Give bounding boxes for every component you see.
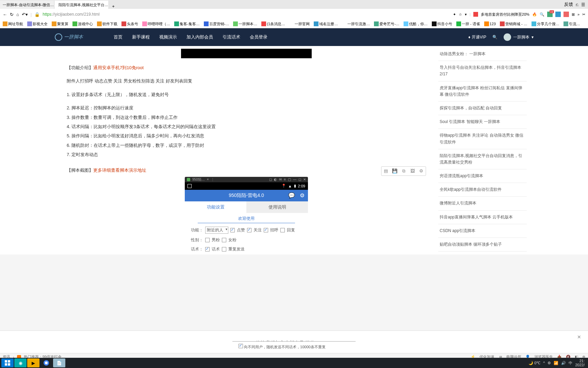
chevron-down-icon[interactable]: ▾ <box>465 12 467 17</box>
bookmark-item[interactable]: 抖音小号 <box>430 21 454 27</box>
bookmark-item[interactable]: 网址导航 <box>1 21 24 27</box>
star-icon[interactable]: ☆ <box>459 12 462 17</box>
tab-instructions[interactable]: 使用说明 <box>246 201 308 213</box>
ext-2-icon[interactable] <box>564 12 569 17</box>
bookmark-item[interactable]: 一辞 - 语雀 <box>455 21 481 27</box>
emu-tool-icon[interactable]: ◐ <box>274 178 277 181</box>
function-select[interactable]: 附近的人 <box>205 227 228 234</box>
back-button[interactable]: ← <box>3 12 7 17</box>
nav-join[interactable]: 加入内部会员 <box>186 34 213 40</box>
bookmark-item[interactable]: 一辞官网 <box>288 21 311 27</box>
img-tool-gear-icon[interactable]: ⚙ <box>418 167 425 175</box>
search-icon[interactable]: 🔍 <box>540 12 544 17</box>
nav-courses[interactable]: 新手课程 <box>132 34 150 40</box>
nav-login[interactable]: 会员登录 <box>250 34 267 40</box>
tab-settings[interactable]: 功能设置 <box>185 201 246 213</box>
sidebar-link[interactable]: 得物app引流脚本 关注评论 自动筛选男女 微信引流软件 <box>438 129 527 149</box>
more-icon[interactable]: » <box>577 12 579 16</box>
sidebar-link[interactable]: 穷语漂流瓶app引流脚本 <box>438 169 527 183</box>
checkbox-reply[interactable] <box>280 228 285 232</box>
checkbox-repeat[interactable] <box>222 247 226 251</box>
bookmark-item[interactable]: 游戏中心 <box>71 21 94 27</box>
bookmark-item[interactable]: 优酷，你… <box>402 21 429 27</box>
sidebar-link[interactable]: 虎牙直播app引流脚本 粉丝订阅私信 直播间弹幕 微信引流软件 <box>438 81 527 102</box>
emu-tool-icon[interactable]: ≡ <box>284 178 286 181</box>
browser-tab-2[interactable]: 陌陌引流脚本,视频社交平台… × <box>54 1 109 9</box>
sidebar-link[interactable]: 陌陌引流脚本,视频社交平台自动回复消息，引流高质量社交男粉 <box>438 149 527 169</box>
chat-icon[interactable]: 💬 <box>288 192 295 199</box>
site-logo[interactable]: 一辞脚本 <box>54 33 83 41</box>
bookmark-item[interactable]: 营销商城 - … <box>499 21 529 27</box>
sidebar-link[interactable]: 导入抖音号自动关注私信脚本，抖音引流脚本2/17 <box>438 61 527 81</box>
site-search-icon[interactable]: 🔍 <box>492 35 497 40</box>
restore-icon[interactable]: ⎌ <box>576 2 578 7</box>
browser-tab-1[interactable]: 一辞脚本-自动引流脚本-微信… <box>0 1 54 9</box>
bookmark-item[interactable]: (1条消息… <box>260 21 287 27</box>
sidebar-link[interactable]: Soul 引流脚本 智能聊天 一辞脚本 <box>438 115 527 129</box>
bookmark-item[interactable]: 头条号 <box>120 21 140 27</box>
nav-video[interactable]: 视频演示 <box>159 34 177 40</box>
sidebar-link[interactable]: 贴吧自动顶贴脚本 循环顶多个贴子 <box>438 238 527 251</box>
bookmark-item[interactable]: 软件下载 <box>96 21 119 27</box>
sidebar-link[interactable]: 火信app引流脚本，自动批量引流添加好友 <box>438 251 527 255</box>
checkbox-follow[interactable] <box>247 228 251 232</box>
bookmark-item[interactable]: 一辞引流激… <box>341 21 371 27</box>
vip-link[interactable]: ♦ 开通VIP <box>468 34 486 40</box>
user-menu[interactable]: 一辞脚本 ▾ <box>504 33 534 41</box>
bookmark-item[interactable]: 123 <box>483 21 497 27</box>
img-tool-4-icon[interactable]: 🖼 <box>409 167 416 175</box>
bookmark-item[interactable]: 一辞脚本… <box>232 21 259 27</box>
history-button[interactable]: ↶▾ <box>22 12 28 17</box>
video-placeholder[interactable] <box>181 49 312 58</box>
bookmark-item[interactable]: 分享几个搜… <box>530 21 561 27</box>
emu-tool-icon[interactable]: ✉ <box>279 178 282 181</box>
clip-icon[interactable]: ✂ <box>582 12 585 17</box>
sidebar-link[interactable]: CSDN app引流脚本 <box>438 224 527 238</box>
gear-icon[interactable]: ⚙ <box>300 192 305 199</box>
ext-1-icon[interactable]: 11 <box>547 12 553 17</box>
translate-icon[interactable] <box>555 12 561 17</box>
bookmark-item[interactable]: 域名注册… <box>312 21 339 27</box>
section-link[interactable]: 更多详细查看脚本演示地址 <box>93 168 146 173</box>
sidebar-link[interactable]: 探探引流脚本，自动匹配 自动回复 <box>438 102 527 115</box>
checkbox-male[interactable] <box>205 238 210 242</box>
checkbox-script[interactable] <box>205 247 210 251</box>
home-button[interactable]: ⌂ <box>16 12 19 17</box>
bookmark-item[interactable]: 哔哩哔哩（… <box>141 21 172 27</box>
img-tool-2-icon[interactable]: 💾 <box>391 167 398 175</box>
sidebar-link[interactable]: 微博附近人引流脚本 <box>438 197 527 210</box>
news-link[interactable]: 多地首套房首付比例降至20% <box>481 12 529 17</box>
checkbox-female[interactable] <box>222 238 226 242</box>
bookmark-item[interactable]: 集客-集客… <box>173 21 201 27</box>
bookmark-icon <box>261 21 266 26</box>
menu-icon[interactable]: ☰ <box>581 2 585 7</box>
apps-menu-icon[interactable]: ⊞ <box>572 12 575 17</box>
bookmark-item[interactable]: 百度营销-… <box>202 21 231 27</box>
bookmark-item[interactable]: 引流… <box>562 21 582 27</box>
emu-tool-icon[interactable]: ◻ <box>269 178 272 181</box>
bookmark-item[interactable]: 聚复算 <box>50 21 70 27</box>
url-field[interactable]: https://yicijiaoben.com/219.html <box>43 12 450 17</box>
refresh-button[interactable]: ↻ <box>10 12 14 17</box>
img-tool-3-icon[interactable]: ⧉ <box>400 167 407 175</box>
sidebar-link[interactable]: 抖音app直播间弹幕人气脚本 云手机版本 <box>438 211 527 224</box>
sidebar-link[interactable]: 动筛选男女粉： 一辞脚本 <box>438 47 527 61</box>
emu-tool-icon[interactable]: ▢ <box>288 178 291 181</box>
new-tab-button[interactable]: + <box>109 4 118 9</box>
checkbox-like[interactable] <box>230 228 235 232</box>
wand-icon[interactable]: ✦ <box>453 12 456 17</box>
sidebar: 动筛选男女粉： 一辞脚本 导入抖音号自动关注私信脚本，抖音引流脚本2/17 虎牙… <box>438 46 527 255</box>
nav-home[interactable]: 首页 <box>114 34 122 40</box>
bookmark-item[interactable]: 爱奇艺号-… <box>373 21 401 27</box>
emu-menu-icon[interactable]: ⋮ <box>211 178 214 181</box>
nav-scripts[interactable]: 引流话术 <box>223 34 240 40</box>
emu-max-icon[interactable]: ◻ <box>298 178 301 181</box>
img-tool-1-icon[interactable]: ▤ <box>382 167 390 175</box>
bookmark-item[interactable]: 影视大全 <box>26 21 49 27</box>
emu-minimize-icon[interactable]: — <box>293 178 296 181</box>
checkbox-greet[interactable] <box>264 228 268 232</box>
sidebar-link[interactable]: 全民k歌app引流脚本自动引流软件 <box>438 183 527 197</box>
emu-close-icon[interactable]: × <box>207 178 209 181</box>
emu-close-icon[interactable]: ✕ <box>303 178 306 181</box>
feedback-link[interactable]: 反馈 <box>564 1 573 7</box>
